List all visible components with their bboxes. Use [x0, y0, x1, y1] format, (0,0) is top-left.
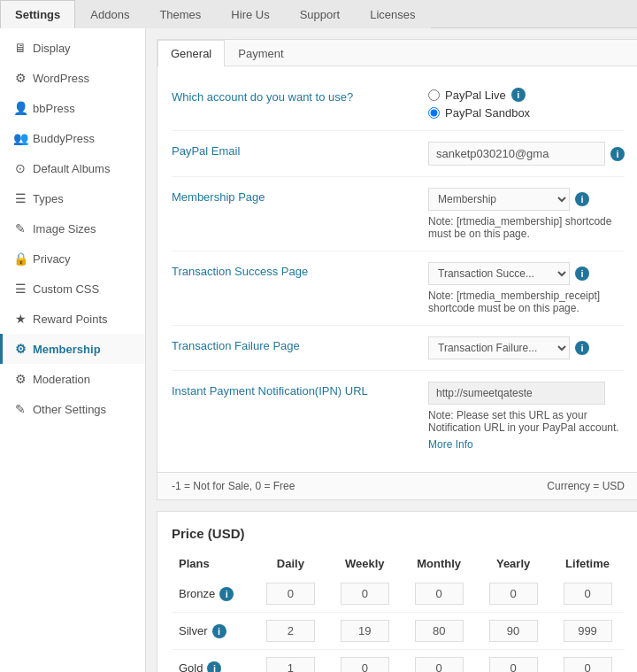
top-nav: Settings Addons Themes Hire Us Support L… — [0, 0, 637, 28]
settings-body: Which account do you want to use? PayPal… — [157, 66, 637, 472]
bottom-note-right: Currency = USD — [547, 480, 625, 492]
silver-lifetime-input[interactable] — [564, 620, 612, 642]
transaction-failure-control: Transaction Failure... i — [428, 336, 625, 359]
account-control: PayPal Live i PayPal Sandbox — [428, 88, 625, 120]
tab-settings[interactable]: Settings — [0, 0, 75, 28]
main-container: 🖥 Display ⚙ WordPress 👤 bbPress 👥 BuddyP… — [0, 28, 637, 672]
col-header-plans: Plans — [172, 552, 253, 575]
price-table-title: Price (USD) — [172, 526, 625, 541]
ipn-row: Instant Payment Notification(IPN) URL ht… — [172, 371, 625, 461]
moderation-icon: ⚙ — [13, 372, 27, 386]
sub-tab-payment[interactable]: Payment — [225, 40, 296, 66]
membership-page-row: Membership Page Membership i Note: [rtme… — [172, 177, 625, 251]
transaction-success-info-icon[interactable]: i — [575, 266, 589, 281]
tab-hire-us[interactable]: Hire Us — [216, 0, 284, 28]
sidebar: 🖥 Display ⚙ WordPress 👤 bbPress 👥 BuddyP… — [0, 28, 146, 672]
sidebar-item-moderation[interactable]: ⚙ Moderation — [0, 364, 145, 394]
transaction-failure-select[interactable]: Transaction Failure... — [428, 336, 570, 359]
col-header-lifetime: Lifetime — [550, 552, 625, 575]
sidebar-item-membership[interactable]: ⚙ Membership — [0, 334, 145, 364]
paypal-email-info-icon[interactable]: i — [610, 147, 625, 161]
sidebar-item-display[interactable]: 🖥 Display — [0, 33, 145, 63]
tab-licenses[interactable]: Licenses — [355, 0, 430, 28]
sidebar-item-buddypress[interactable]: 👥 BuddyPress — [0, 123, 145, 153]
paypal-email-input[interactable] — [428, 142, 605, 166]
sidebar-item-wordpress[interactable]: ⚙ WordPress — [0, 63, 145, 93]
paypal-sandbox-radio[interactable] — [428, 107, 440, 119]
bronze-info-icon[interactable]: i — [219, 587, 234, 601]
gold-monthly-input[interactable] — [415, 657, 464, 672]
sidebar-label-bbpress: bbPress — [33, 102, 75, 115]
gold-yearly-input[interactable] — [489, 657, 538, 672]
sidebar-label-custom-css: Custom CSS — [33, 282, 99, 296]
gold-plan-label: Gold i — [179, 661, 246, 673]
bronze-daily-input[interactable] — [266, 583, 315, 605]
sidebar-item-bbpress[interactable]: 👤 bbPress — [0, 93, 145, 123]
transaction-success-select[interactable]: Transaction Succe... — [428, 262, 570, 285]
table-row-gold: Gold i — [172, 650, 625, 673]
tab-support[interactable]: Support — [285, 0, 356, 28]
gold-lifetime-input[interactable] — [564, 657, 612, 672]
paypal-live-info-icon[interactable]: i — [511, 88, 526, 102]
content-area: General Payment Which account do you wan… — [146, 28, 637, 672]
ipn-note: Note: Please set this URL as your Notifi… — [428, 409, 625, 434]
reward-points-icon: ★ — [13, 312, 27, 326]
membership-page-info-icon[interactable]: i — [575, 192, 589, 206]
ipn-url-box: http://sumeetqateste — [428, 382, 605, 405]
sub-tab-general[interactable]: General — [157, 40, 225, 66]
sidebar-item-types[interactable]: ☰ Types — [0, 183, 145, 213]
other-settings-icon: ✎ — [13, 402, 27, 416]
bronze-lifetime-input[interactable] — [564, 583, 612, 605]
sidebar-label-default-albums: Default Albums — [33, 162, 110, 175]
sidebar-item-default-albums[interactable]: ⊙ Default Albums — [0, 153, 145, 183]
tab-addons[interactable]: Addons — [75, 0, 144, 28]
paypal-sandbox-option[interactable]: PayPal Sandbox — [428, 106, 625, 120]
sidebar-item-privacy[interactable]: 🔒 Privacy — [0, 243, 145, 274]
sidebar-label-reward-points: Reward Points — [33, 313, 108, 326]
sidebar-label-privacy: Privacy — [33, 252, 71, 266]
membership-page-select[interactable]: Membership — [428, 188, 570, 211]
gold-label-text: Gold — [179, 661, 203, 672]
display-icon: 🖥 — [13, 41, 27, 55]
bronze-yearly-input[interactable] — [489, 583, 538, 605]
tab-themes[interactable]: Themes — [144, 0, 216, 28]
sidebar-item-reward-points[interactable]: ★ Reward Points — [0, 304, 145, 334]
paypal-live-label: PayPal Live — [445, 89, 506, 102]
gold-weekly-input[interactable] — [341, 657, 389, 672]
silver-yearly-input[interactable] — [489, 620, 538, 642]
price-panel: Price (USD) Plans Daily Weekly Monthly Y… — [157, 511, 637, 672]
more-info-link[interactable]: More Info — [428, 438, 625, 451]
membership-page-select-wrap: Membership i — [428, 188, 625, 211]
privacy-icon: 🔒 — [13, 251, 27, 266]
ipn-control: http://sumeetqateste Note: Please set th… — [428, 382, 625, 451]
silver-weekly-input[interactable] — [341, 620, 389, 642]
sidebar-label-membership: Membership — [33, 343, 101, 356]
membership-page-label: Membership Page — [172, 188, 428, 204]
sidebar-item-custom-css[interactable]: ☰ Custom CSS — [0, 274, 145, 304]
paypal-live-option[interactable]: PayPal Live i — [428, 88, 625, 102]
membership-page-control: Membership i Note: [rtmedia_membership] … — [428, 188, 625, 240]
transaction-success-label: Transaction Success Page — [172, 262, 428, 278]
table-row-silver: Silver i — [172, 613, 625, 650]
bronze-label-text: Bronze — [179, 587, 215, 600]
silver-monthly-input[interactable] — [415, 620, 464, 642]
sidebar-item-other-settings[interactable]: ✎ Other Settings — [0, 394, 145, 424]
bronze-monthly-input[interactable] — [415, 583, 464, 605]
transaction-failure-select-wrap: Transaction Failure... i — [428, 336, 625, 359]
more-info-anchor[interactable]: More Info — [428, 438, 473, 451]
silver-daily-input[interactable] — [266, 620, 315, 642]
paypal-live-radio[interactable] — [428, 89, 440, 101]
transaction-success-row: Transaction Success Page Transaction Suc… — [172, 251, 625, 326]
bronze-weekly-input[interactable] — [341, 583, 389, 605]
transaction-failure-info-icon[interactable]: i — [575, 341, 589, 355]
image-sizes-icon: ✎ — [13, 221, 27, 236]
gold-daily-input[interactable] — [266, 657, 315, 672]
silver-info-icon[interactable]: i — [212, 624, 226, 638]
gold-info-icon[interactable]: i — [207, 661, 221, 673]
sub-tabs: General Payment — [157, 40, 637, 66]
wordpress-icon: ⚙ — [13, 71, 27, 85]
sidebar-label-types: Types — [33, 192, 64, 205]
sidebar-label-buddypress: BuddyPress — [33, 132, 95, 145]
sidebar-item-image-sizes[interactable]: ✎ Image Sizes — [0, 213, 145, 243]
col-header-monthly: Monthly — [402, 552, 476, 575]
